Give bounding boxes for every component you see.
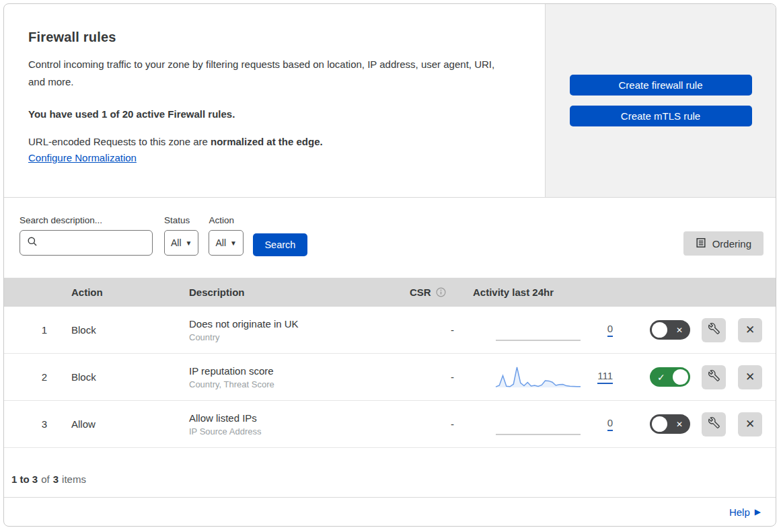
rule-enabled-toggle[interactable]: ✓ ✕ [650, 367, 690, 387]
total-text: 3 [53, 473, 59, 485]
rule-description: Does not originate in UK [189, 318, 406, 330]
search-button[interactable]: Search [253, 233, 307, 256]
rule-description-cell: Allow listed IPs IP Source Address [189, 412, 406, 436]
rule-priority: 3 [17, 418, 71, 430]
action-label: Action [209, 215, 243, 225]
firewall-rules-panel: Firewall rules Control incoming traffic … [3, 3, 776, 527]
rule-action: Block [71, 324, 189, 336]
rule-description-cell: Does not originate in UK Country [189, 318, 406, 342]
rule-csr: - [406, 371, 465, 383]
rule-controls: ✓ ✕ ✕ [618, 412, 776, 436]
page-title: Firewall rules [28, 30, 518, 45]
rule-csr: - [406, 418, 465, 430]
chevron-down-icon: ▼ [186, 239, 192, 247]
search-group: Search description... [20, 215, 153, 256]
rule-criteria: IP Source Address [189, 426, 406, 436]
rules-table-body: 1 Block Does not originate in UK Country… [4, 307, 776, 448]
help-bar: Help ▶ [4, 497, 776, 526]
action-filter-group: Action All ▼ [209, 215, 243, 256]
rule-description: IP reputation score [189, 365, 406, 377]
edit-rule-button[interactable] [702, 365, 726, 389]
wrench-icon [708, 370, 720, 385]
check-icon: ✓ [657, 371, 665, 382]
delete-rule-button[interactable]: ✕ [738, 318, 762, 342]
of-text: of [41, 473, 50, 485]
list-document-icon [696, 237, 706, 250]
action-value: All [215, 237, 226, 248]
toggle-knob [652, 416, 667, 432]
pagination-summary: 1 to 3 of 3 items [4, 448, 776, 497]
create-firewall-rule-button[interactable]: Create firewall rule [570, 75, 752, 96]
info-icon[interactable] [436, 287, 446, 297]
action-dropdown[interactable]: All ▼ [209, 230, 243, 256]
activity-sparkline [494, 365, 582, 390]
column-description: Description [189, 287, 406, 298]
rule-controls: ✓ ✕ ✕ [618, 318, 776, 342]
rule-action: Block [71, 371, 189, 383]
edit-rule-button[interactable] [702, 318, 726, 342]
toggle-knob [673, 369, 688, 385]
filter-bar: Search description... Status All ▼ Actio… [4, 198, 776, 278]
chevron-down-icon: ▼ [230, 239, 237, 247]
status-value: All [171, 237, 182, 248]
normalization-note: URL-encoded Requests to this zone are no… [28, 136, 518, 147]
edit-rule-button[interactable] [702, 412, 726, 436]
rule-description: Allow listed IPs [189, 412, 406, 424]
delete-rule-button[interactable]: ✕ [738, 412, 762, 436]
rule-description-cell: IP reputation score Country, Threat Scor… [189, 365, 406, 389]
close-icon: ✕ [745, 323, 755, 337]
help-link[interactable]: Help ▶ [729, 506, 761, 518]
rule-priority: 2 [17, 371, 71, 383]
header-text-block: Firewall rules Control incoming traffic … [4, 4, 546, 197]
wrench-icon [708, 417, 720, 432]
activity-count-link[interactable]: 0 [607, 417, 613, 431]
header-section: Firewall rules Control incoming traffic … [4, 4, 776, 198]
normalization-bold: normalized at the edge. [211, 136, 323, 147]
action-panel: Create firewall rule Create mTLS rule [546, 4, 776, 197]
x-icon: ✕ [676, 325, 683, 334]
rule-action: Allow [71, 418, 189, 430]
page-description: Control incoming traffic to your zone by… [28, 56, 506, 91]
rule-enabled-toggle[interactable]: ✓ ✕ [650, 414, 690, 434]
create-mtls-rule-button[interactable]: Create mTLS rule [570, 106, 752, 126]
normalization-prefix: URL-encoded Requests to this zone are [28, 136, 211, 147]
status-dropdown[interactable]: All ▼ [164, 230, 198, 256]
rule-csr: - [406, 324, 465, 336]
rule-activity-cell: 111 [465, 365, 618, 390]
close-icon: ✕ [745, 417, 755, 431]
delete-rule-button[interactable]: ✕ [738, 365, 762, 389]
search-icon [27, 236, 38, 250]
activity-sparkline [494, 412, 582, 437]
activity-count-link[interactable]: 111 [597, 370, 613, 384]
activity-sparkline [494, 317, 582, 343]
rule-priority: 1 [17, 324, 71, 336]
arrow-right-icon: ▶ [755, 507, 761, 517]
rule-activity-cell: 0 [465, 317, 618, 343]
column-action: Action [71, 287, 189, 298]
rule-criteria: Country, Threat Score [189, 379, 406, 389]
toggle-knob [652, 322, 667, 338]
column-activity: Activity last 24hr [465, 287, 618, 298]
rule-enabled-toggle[interactable]: ✓ ✕ [650, 320, 690, 340]
usage-summary: You have used 1 of 20 active Firewall ru… [28, 108, 518, 120]
close-icon: ✕ [745, 370, 755, 384]
activity-count-link[interactable]: 0 [607, 323, 613, 337]
search-input-box[interactable] [20, 230, 153, 256]
configure-normalization-link[interactable]: Configure Normalization [28, 152, 137, 163]
table-row: 2 Block IP reputation score Country, Thr… [4, 354, 776, 401]
status-filter-group: Status All ▼ [164, 215, 198, 256]
table-row: 1 Block Does not originate in UK Country… [4, 307, 776, 354]
table-header: Action Description CSR Activity last 24h… [4, 278, 776, 307]
range-text: 1 to 3 [11, 473, 38, 485]
ordering-label: Ordering [712, 238, 751, 250]
search-input[interactable] [43, 237, 165, 248]
wrench-icon [708, 323, 720, 338]
ordering-button[interactable]: Ordering [683, 231, 764, 256]
rule-criteria: Country [189, 332, 406, 342]
status-label: Status [164, 215, 198, 225]
rule-controls: ✓ ✕ ✕ [618, 365, 776, 389]
table-row: 3 Allow Allow listed IPs IP Source Addre… [4, 401, 776, 448]
rule-activity-cell: 0 [465, 412, 618, 437]
x-icon: ✕ [676, 419, 683, 428]
column-csr: CSR [406, 287, 465, 298]
